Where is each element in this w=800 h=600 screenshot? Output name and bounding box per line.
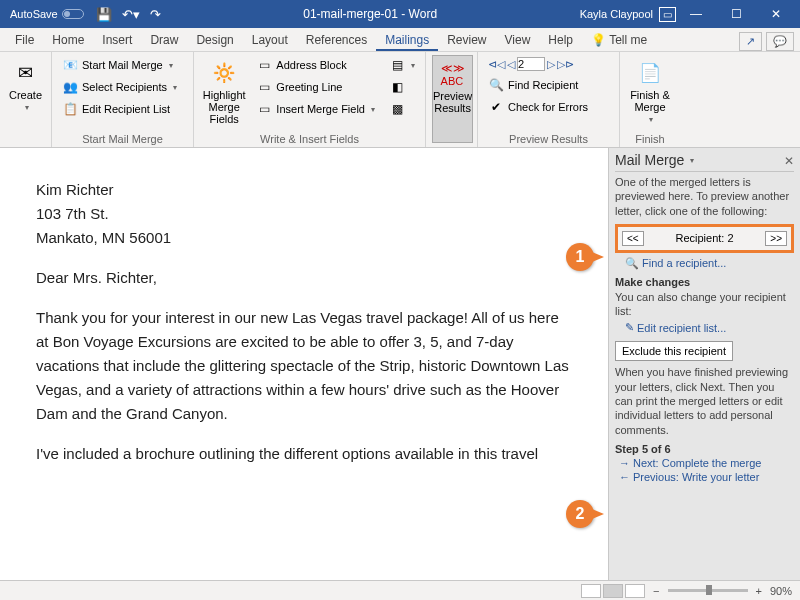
envelope-icon: ✉	[12, 59, 40, 87]
update-icon: ▩	[389, 101, 405, 117]
recipient-name: Kim Richter	[36, 181, 114, 198]
first-record-button[interactable]: ⊲◁	[488, 58, 505, 71]
insert-merge-field-button[interactable]: ▭Insert Merge Field▾	[252, 99, 379, 119]
mail-merge-icon: 📧	[62, 57, 78, 73]
comments-button[interactable]: 💬	[766, 32, 794, 51]
record-nav: ⊲◁ ◁ ▷ ▷⊳	[484, 55, 613, 73]
maximize-button[interactable]: ☐	[716, 0, 756, 28]
quick-access-toolbar: 💾 ↶▾ ↷	[96, 7, 161, 22]
read-mode-button[interactable]	[581, 584, 601, 598]
ribbon: ✉ Create▾ 📧Start Mail Merge▾ 👥Select Rec…	[0, 52, 800, 148]
account-icon[interactable]: ▭	[659, 7, 676, 22]
status-bar: − + 90%	[0, 580, 800, 600]
prev-recipient-button[interactable]: <<	[622, 231, 644, 246]
zoom-out-button[interactable]: −	[653, 585, 659, 597]
arrow-left-icon: ←	[619, 471, 630, 483]
workspace: Kim Richter 103 7th St. Mankato, MN 5600…	[0, 148, 800, 580]
recipient-label: Recipient: 2	[675, 232, 733, 244]
prev-record-button[interactable]: ◁	[507, 58, 515, 71]
edit-list-icon: 📋	[62, 101, 78, 117]
tab-file[interactable]: File	[6, 29, 43, 51]
match-fields-button[interactable]: ◧	[385, 77, 419, 97]
redo-icon[interactable]: ↷	[150, 7, 161, 22]
finish-icon: 📄	[636, 59, 664, 87]
make-changes-heading: Make changes	[615, 276, 794, 288]
pane-intro: One of the merged letters is previewed h…	[615, 175, 794, 218]
preview-results-button[interactable]: ≪≫ABC Preview Results	[432, 55, 473, 143]
save-icon[interactable]: 💾	[96, 7, 112, 22]
tab-home[interactable]: Home	[43, 29, 93, 51]
print-layout-button[interactable]	[603, 584, 623, 598]
highlight-fields-button[interactable]: 🔆 Highlight Merge Fields	[200, 55, 248, 131]
tab-help[interactable]: Help	[539, 29, 582, 51]
body-paragraph-2: I've included a brochure outlining the d…	[36, 442, 572, 466]
group-write-label: Write & Insert Fields	[200, 131, 419, 145]
share-button[interactable]: ↗	[739, 32, 762, 51]
recipient-navigator: << Recipient: 2 >>	[615, 224, 794, 253]
greeting-line: Dear Mrs. Richter,	[36, 266, 572, 290]
find-recipient-link[interactable]: 🔍Find a recipient...	[625, 257, 794, 270]
change-text: You can also change your recipient list:	[615, 290, 794, 319]
close-button[interactable]: ✕	[756, 0, 796, 28]
tab-insert[interactable]: Insert	[93, 29, 141, 51]
next-step-link[interactable]: →Next: Complete the merge	[619, 457, 794, 469]
tab-references[interactable]: References	[297, 29, 376, 51]
exclude-recipient-button[interactable]: Exclude this recipient	[615, 341, 733, 361]
view-buttons	[581, 584, 645, 598]
search-icon: 🔍	[488, 77, 504, 93]
zoom-level[interactable]: 90%	[770, 585, 792, 597]
document-title: 01-mail-merge-01 - Word	[161, 7, 580, 21]
rules-button[interactable]: ▤▾	[385, 55, 419, 75]
user-name[interactable]: Kayla Claypool	[580, 8, 653, 20]
tab-layout[interactable]: Layout	[243, 29, 297, 51]
zoom-slider[interactable]	[668, 589, 748, 592]
pane-title: Mail Merge ▾	[615, 152, 794, 168]
finish-merge-button[interactable]: 📄 Finish & Merge▾	[626, 55, 674, 131]
rules-icon: ▤	[389, 57, 405, 73]
undo-icon[interactable]: ↶▾	[122, 7, 140, 22]
tab-view[interactable]: View	[496, 29, 540, 51]
ribbon-tabs: File Home Insert Draw Design Layout Refe…	[0, 28, 800, 52]
title-bar: AutoSave 💾 ↶▾ ↷ 01-mail-merge-01 - Word …	[0, 0, 800, 28]
field-icon: ▭	[256, 101, 272, 117]
next-recipient-button[interactable]: >>	[765, 231, 787, 246]
web-layout-button[interactable]	[625, 584, 645, 598]
autosave-toggle[interactable]: AutoSave	[4, 8, 90, 20]
check-errors-button[interactable]: ✔Check for Errors	[484, 97, 613, 117]
step-indicator: Step 5 of 6	[615, 443, 794, 455]
zoom-in-button[interactable]: +	[756, 585, 762, 597]
highlight-icon: 🔆	[210, 59, 238, 87]
last-record-button[interactable]: ▷⊳	[557, 58, 574, 71]
minimize-button[interactable]: —	[676, 0, 716, 28]
create-button[interactable]: ✉ Create▾	[6, 55, 45, 143]
next-record-button[interactable]: ▷	[547, 58, 555, 71]
group-start-label: Start Mail Merge	[58, 131, 187, 145]
tab-draw[interactable]: Draw	[141, 29, 187, 51]
search-icon: 🔍	[625, 257, 639, 270]
tell-me[interactable]: 💡 Tell me	[582, 29, 656, 51]
address-block-button[interactable]: ▭Address Block	[252, 55, 379, 75]
update-labels-button[interactable]: ▩	[385, 99, 419, 119]
tab-mailings[interactable]: Mailings	[376, 29, 438, 51]
find-recipient-button[interactable]: 🔍Find Recipient	[484, 75, 613, 95]
recipients-icon: 👥	[62, 79, 78, 95]
greeting-line-button[interactable]: ▭Greeting Line	[252, 77, 379, 97]
match-icon: ◧	[389, 79, 405, 95]
edit-recipient-list-button[interactable]: 📋Edit Recipient List	[58, 99, 181, 119]
record-number-input[interactable]	[517, 57, 545, 71]
recipient-addr1: 103 7th St.	[36, 205, 109, 222]
address-icon: ▭	[256, 57, 272, 73]
greeting-icon: ▭	[256, 79, 272, 95]
edit-recipient-list-link[interactable]: ✎Edit recipient list...	[625, 321, 794, 334]
start-mail-merge-button[interactable]: 📧Start Mail Merge▾	[58, 55, 181, 75]
document-area[interactable]: Kim Richter 103 7th St. Mankato, MN 5600…	[0, 148, 608, 580]
check-icon: ✔	[488, 99, 504, 115]
tab-review[interactable]: Review	[438, 29, 495, 51]
select-recipients-button[interactable]: 👥Select Recipients▾	[58, 77, 181, 97]
tab-design[interactable]: Design	[187, 29, 242, 51]
toggle-off-icon[interactable]	[62, 9, 84, 19]
prev-step-link[interactable]: ←Previous: Write your letter	[619, 471, 794, 483]
pane-close-button[interactable]: ✕	[784, 154, 794, 168]
abc-icon: ≪≫ABC	[439, 60, 467, 88]
edit-icon: ✎	[625, 321, 634, 334]
